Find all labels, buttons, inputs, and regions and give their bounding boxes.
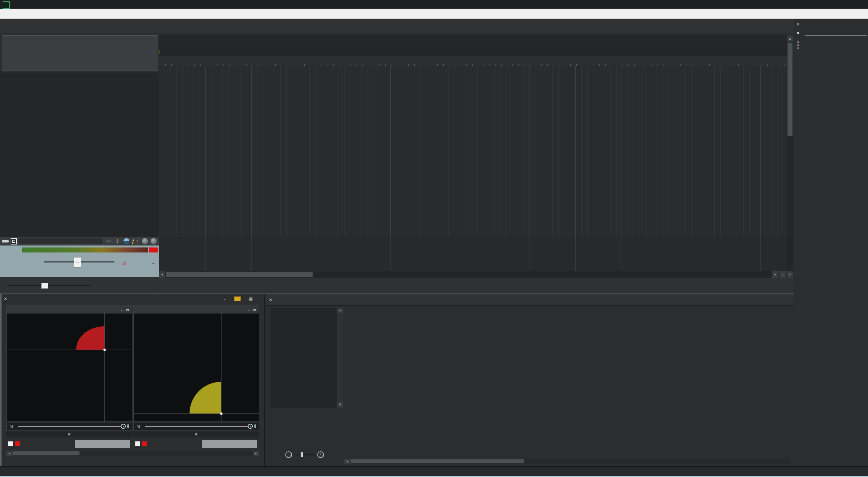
dock-grip[interactable] [0,294,2,466]
master-body: ⚙ ▾ [0,245,159,277]
zoom-in-icon[interactable]: + [317,451,324,458]
mixer-icon[interactable]: ⦀ [127,424,129,429]
tempo-slider[interactable] [8,285,91,286]
master-peak-value[interactable] [149,247,158,252]
link-icon[interactable]: ∞ [126,307,132,312]
mix-slider[interactable] [18,426,124,427]
timeline-zoom-in-button[interactable]: + [779,271,786,278]
folder-icon[interactable] [234,296,241,301]
chevron-down-icon[interactable]: ⌄ [118,308,126,311]
reset-icon[interactable]: ⇲ [9,424,13,429]
list-icon[interactable]: ≔ [106,239,113,244]
scratch-header: ✕ ⌄ ▦ [2,296,263,304]
chevron-down-icon[interactable]: ⌄ [223,296,226,301]
zoom-slider[interactable] [294,454,315,455]
mix-knob[interactable] [121,424,126,429]
scroll-right-button[interactable]: ▸ [253,451,259,456]
fx-header: ≡ [6,431,132,438]
pad-position-dot[interactable] [220,413,222,415]
close-icon[interactable]: ✕ [4,296,7,301]
pad-morph-region[interactable] [190,382,221,414]
target-color-swatch[interactable] [15,441,20,446]
marker-lane [159,47,787,56]
close-icon[interactable]: ✕ [269,297,272,302]
status-bar [0,466,868,476]
scroll-thumb[interactable] [13,451,80,455]
scroll-down-button[interactable]: ▼ [337,402,343,408]
handle-icon[interactable]: ≡ [195,432,197,437]
pad-morph-region[interactable] [76,326,104,350]
automation-sphere-icon[interactable] [123,238,130,244]
scroll-up-button[interactable]: ▲ [337,308,343,314]
scroll-up-button[interactable]: ▲ [787,36,793,41]
track-list [0,72,159,237]
master-volume-slider[interactable] [44,262,115,263]
morphium-pad-the-cave[interactable]: ⌄ ∞ [133,305,259,421]
horizontal-scroll-thumb[interactable] [166,272,313,277]
morphium-pad-moving-ears[interactable]: ⌄ ∞ [6,305,132,421]
pad-crosshair-v [221,314,221,422]
arrangement-clip-area[interactable] [159,66,787,237]
chevron-down-icon[interactable]: ⌄ [245,308,253,311]
timeline-zoom-out-button[interactable]: − [787,271,793,278]
spinner-icon[interactable]: ⇕ [115,239,121,244]
pad-crosshair-h [7,350,132,350]
transport-bar [159,278,793,294]
target-toggle[interactable] [135,441,140,446]
active-fx-button[interactable] [202,440,257,448]
fx-target-row [6,438,132,449]
menu-bar [0,9,868,19]
loop-region-bar[interactable] [159,50,160,54]
console-list-scrollbar[interactable]: ▲ ▼ [337,308,343,408]
gear-icon[interactable]: ⚙ [122,261,127,266]
mix-knob[interactable] [248,424,253,429]
master-knob-1[interactable] [142,238,148,244]
channel-strips [344,308,794,457]
handle-icon[interactable]: ≡ [68,432,70,437]
zoom-out-icon[interactable]: − [285,451,292,458]
beat-ruler[interactable] [159,56,787,66]
pad-position-dot[interactable] [103,349,106,351]
pad-header: ⌄ ∞ [7,305,132,314]
mixer-icon[interactable]: ⦀ [254,424,256,429]
bus-track-lane[interactable] [159,237,787,271]
scroll-left-button[interactable]: ◂ [159,271,165,278]
console-zoom-controls: − + [285,451,324,458]
chevron-down-icon[interactable]: ▾ [136,239,140,243]
grid-icon[interactable]: ▦ [249,296,253,301]
master-out-meter [22,247,148,252]
scroll-left-button[interactable]: ◂ [6,451,13,456]
mix-slider[interactable] [145,426,251,427]
collapse-left-icon[interactable]: ◀ [796,31,799,35]
acid-pro-window: ≔ ⇕ ƒ ▾ ⚙ ▾ [0,0,868,477]
fx-header: ≡ [133,431,259,438]
active-fx-button[interactable] [75,440,130,448]
scroll-left-button[interactable]: ◂ [344,459,350,464]
tempo-knob[interactable] [41,283,48,289]
timeline-vertical-scrollbar[interactable]: ▲ [787,36,793,271]
chevron-down-icon[interactable]: ▾ [152,262,154,265]
master-knob-2[interactable] [150,238,157,244]
drag-handle-icon[interactable]: •••••• [796,40,800,50]
vertical-scroll-thumb[interactable] [787,42,793,136]
reset-icon[interactable]: ⇲ [136,424,140,429]
close-icon[interactable]: ✕ [796,22,800,27]
zoom-slider-knob[interactable] [301,452,303,457]
mixing-console-panel: ✕ ▲ ▼ − + ◂ [265,294,793,466]
scroll-thumb[interactable] [351,459,524,464]
scroll-right-button[interactable]: ▸ [772,271,779,278]
master-volume-knob[interactable] [74,257,81,267]
target-color-swatch[interactable] [142,441,147,446]
drag-handle-icon[interactable] [2,240,9,242]
strips-scrollbar[interactable]: ◂ [344,459,790,464]
master-name-field[interactable] [19,238,104,244]
time-display[interactable] [2,35,158,70]
master-solo-icon[interactable] [11,238,17,244]
tempo-row [0,277,159,293]
master-fx-icon[interactable]: ƒ [132,239,134,244]
target-toggle[interactable] [8,441,13,446]
timeline-horizontal-scrollbar[interactable]: ◂ ▸ + − [159,271,793,278]
fx-target-row [133,438,259,449]
scratch-scrollbar[interactable]: ◂ ▸ [6,451,259,456]
link-icon[interactable]: ∞ [253,307,259,312]
